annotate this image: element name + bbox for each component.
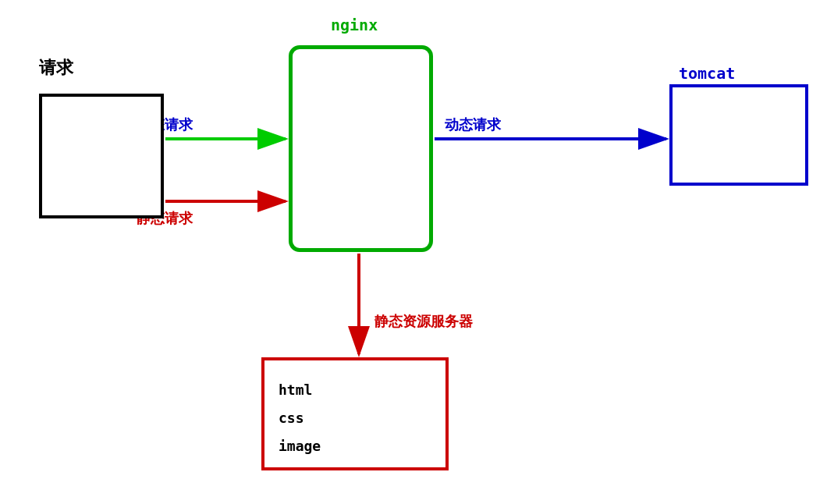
nginx-box <box>289 45 433 252</box>
diagram: 请求 nginx tomcat 动态请求 静态请求 动态请求 静态资源服务器 h… <box>0 0 827 504</box>
client-box <box>39 94 164 218</box>
tomcat-box <box>669 84 808 186</box>
static-box: html css image <box>261 357 449 470</box>
tomcat-label: tomcat <box>679 64 735 83</box>
nginx-label: nginx <box>331 16 378 34</box>
static-css: css <box>279 404 431 432</box>
dynamic-request-right-label: 动态请求 <box>445 115 501 134</box>
request-label: 请求 <box>39 56 73 80</box>
static-image: image <box>279 432 431 460</box>
static-resource-label: 静态资源服务器 <box>374 312 473 331</box>
static-html: html <box>279 376 431 404</box>
